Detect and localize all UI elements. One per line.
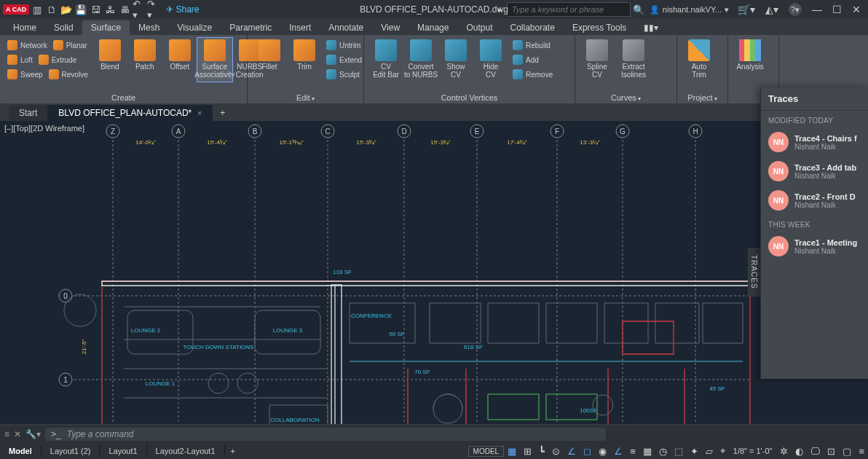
btn-trim[interactable]: Trim (287, 38, 322, 82)
saveas-icon[interactable]: 🖫 (89, 3, 102, 16)
btn-patch[interactable]: Patch (127, 38, 162, 82)
ribbon-tab-parametric[interactable]: Parametric (221, 20, 280, 35)
maximize-icon[interactable]: ☐ (832, 4, 842, 15)
btn-convert-to-nurbs[interactable]: Convertto NURBS (403, 38, 438, 82)
btn-spline-cv[interactable]: SplineCV (580, 38, 615, 79)
sb-polar-icon[interactable]: ⊙ (548, 446, 564, 457)
sb-snap-icon[interactable]: ⊞ (520, 446, 535, 457)
sb-iso-icon[interactable]: ∠ (564, 446, 580, 457)
ribbon-tab-mesh[interactable]: Mesh (130, 20, 168, 35)
ribbon-tab-output[interactable]: Output (457, 20, 501, 35)
menu-grid-icon[interactable]: ▥ (31, 3, 44, 16)
sb-units-icon[interactable]: ⊡ (824, 446, 839, 457)
user-menu[interactable]: 👤nishant.naikVY...▾ (650, 5, 729, 15)
close-icon[interactable]: ✕ (852, 4, 861, 15)
trace-item[interactable]: NNTrace3 - Add tabNishant Naik (761, 157, 868, 186)
ribbon-tab-featured[interactable]: ▮▮▾ (635, 20, 667, 35)
sb-model[interactable]: MODEL (468, 446, 505, 457)
layout-tab[interactable]: Layout1 (100, 444, 146, 458)
btn-blend[interactable]: Blend (92, 38, 127, 82)
minimize-icon[interactable]: — (812, 4, 822, 15)
drawing-canvas[interactable]: [–][Top][2D Wireframe] ZABCDEFGH012 (0, 121, 868, 424)
sb-transp-icon[interactable]: ▦ (639, 446, 655, 457)
sb-3d-icon[interactable]: ⬚ (671, 446, 687, 457)
sb-filter-icon[interactable]: ▱ (702, 446, 717, 457)
btn-extrude[interactable]: Extrude (36, 52, 79, 67)
btn-hide-cv[interactable]: HideCV (473, 38, 508, 82)
open-icon[interactable]: 📂 (60, 3, 73, 16)
new-icon[interactable]: 🗋 (45, 3, 58, 16)
traces-tab[interactable]: TRACES (748, 248, 760, 297)
ribbon-tab-home[interactable]: Home (4, 20, 45, 35)
btn-planar[interactable]: Planar (50, 38, 90, 52)
sb-gear-icon[interactable]: ✲ (776, 446, 792, 457)
sb-osnap-icon[interactable]: ◻ (580, 446, 595, 457)
btn-remove[interactable]: Remove (510, 67, 556, 82)
btn-surface-associativity[interactable]: SurfaceAssociativity (197, 38, 232, 82)
sb-clean-icon[interactable]: ▢ (839, 446, 855, 457)
ribbon-tab-surface[interactable]: Surface (82, 20, 130, 35)
layout-add-icon[interactable]: + (225, 447, 241, 455)
ribbon-tab-expresstools[interactable]: Express Tools (564, 20, 635, 35)
btn-revolve[interactable]: Revolve (46, 67, 91, 82)
btn-sculpt[interactable]: Sculpt (323, 67, 365, 82)
ribbon-tab-manage[interactable]: Manage (409, 20, 457, 35)
btn-extend[interactable]: Extend (323, 52, 365, 67)
ribbon-tab-annotate[interactable]: Annotate (320, 20, 372, 35)
btn-fillet[interactable]: Fillet (252, 38, 287, 82)
layout-tab[interactable]: Layout1 (2) (42, 444, 100, 458)
btn-rebuild[interactable]: Rebuild (510, 38, 556, 52)
sb-custom-icon[interactable]: ≡ (855, 446, 868, 457)
search-icon[interactable]: 🔍 (632, 3, 645, 16)
cmd-history-icon[interactable]: ≡ (4, 429, 9, 439)
sb-ortho-icon[interactable]: ┗ (535, 446, 548, 457)
btn-loft[interactable]: Loft (4, 52, 36, 67)
cart-icon[interactable]: 🛒▾ (738, 4, 755, 15)
cmd-close-icon[interactable]: ✕ (14, 429, 21, 439)
btn-analysis[interactable]: Analysis (733, 38, 768, 71)
ribbon-tab-insert[interactable]: Insert (280, 20, 320, 35)
command-input[interactable]: Type a command (45, 428, 606, 441)
btn-extract-isolines[interactable]: ExtractIsolines (616, 38, 651, 79)
sb-scale[interactable]: 1/8" = 1'-0" (729, 447, 777, 455)
undo-icon[interactable]: ↶ ▾ (133, 3, 146, 16)
sb-monitor-icon[interactable]: 🖵 (807, 446, 824, 457)
sb-3dosnap-icon[interactable]: ◉ (595, 446, 610, 457)
cmd-wrench-icon[interactable]: 🔧▾ (25, 429, 41, 439)
file-tab-add[interactable]: + (213, 105, 232, 121)
panel-curves-label[interactable]: Curves (611, 93, 641, 102)
btn-offset[interactable]: Offset (162, 38, 197, 82)
file-tab[interactable]: BLVD OFFICE_PLAN-AUTOCAD*× (48, 105, 213, 121)
sb-otrack-icon[interactable]: ∠ (610, 446, 626, 457)
search-input[interactable] (507, 2, 631, 17)
trace-item[interactable]: NNTrace2 - Front DNishant Naik (761, 186, 868, 215)
ribbon-tab-solid[interactable]: Solid (45, 20, 82, 35)
panel-edit-label[interactable]: Edit (296, 93, 315, 102)
btn-show-cv[interactable]: ShowCV (438, 38, 473, 82)
sb-ann-icon[interactable]: ⌖ (717, 445, 729, 457)
file-tab[interactable]: Start (9, 105, 48, 121)
btn-untrim[interactable]: Untrim (323, 38, 365, 52)
panel-project-label[interactable]: Project (687, 93, 717, 102)
sb-ws-icon[interactable]: ◐ (792, 446, 807, 457)
btn-cv-edit-bar[interactable]: CVEdit Bar (368, 38, 403, 82)
web-icon[interactable]: 🖧 (103, 3, 117, 16)
sb-cycle-icon[interactable]: ◷ (655, 446, 671, 457)
sb-lwt-icon[interactable]: ≡ (626, 446, 639, 457)
redo-icon[interactable]: ↷ ▾ (147, 3, 160, 16)
ribbon-tab-view[interactable]: View (372, 20, 409, 35)
layout-tab[interactable]: Model (0, 444, 42, 458)
plot-icon[interactable]: 🖶 (118, 3, 131, 16)
btn-add[interactable]: Add (510, 52, 556, 67)
trace-item[interactable]: NNTrace4 - Chairs fNishant Naik (761, 128, 868, 157)
sb-grid-icon[interactable]: ▦ (504, 446, 520, 457)
save-icon[interactable]: 💾 (74, 3, 87, 16)
ribbon-tab-collaborate[interactable]: Collaborate (502, 20, 564, 35)
sb-gizmo-icon[interactable]: ✦ (687, 446, 702, 457)
autodesk-icon[interactable]: ◭▾ (765, 4, 778, 15)
btn-auto-trim[interactable]: AutoTrim (682, 38, 717, 79)
share-button[interactable]: ✈ Share (166, 4, 199, 15)
help-icon[interactable]: ?▾ (789, 3, 802, 16)
btn-sweep[interactable]: Sweep (4, 67, 46, 82)
btn-network[interactable]: Network (4, 38, 50, 52)
